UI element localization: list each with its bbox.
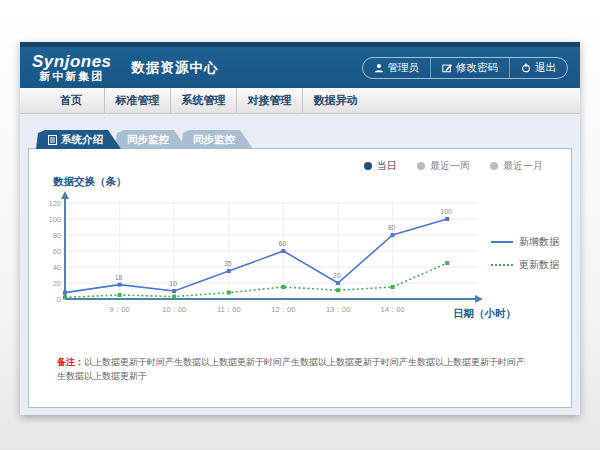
legend-item-updated-data: 更新数据: [491, 258, 559, 272]
user-menu: 管理员 修改密码 退出: [362, 57, 569, 79]
x-axis-title: 日期（小时）: [453, 307, 516, 321]
tab-strip: 系统介绍 同步监控 同步监控: [36, 130, 247, 149]
svg-text:35: 35: [224, 260, 232, 267]
nav-item-home[interactable]: 首页: [38, 88, 104, 113]
svg-text:120: 120: [48, 199, 61, 208]
radio-icon: [417, 162, 425, 170]
nav-item-interface-mgmt[interactable]: 对接管理: [236, 88, 302, 113]
admin-user-label: 管理员: [388, 61, 420, 75]
filter-last-month[interactable]: 最近一月: [490, 159, 543, 173]
svg-text:80: 80: [388, 224, 396, 231]
legend-item-new-data: 新增数据: [491, 235, 559, 249]
app-window: Synjones 新中新集团 数据资源中心 管理员 修改密码 退出 首页 标准管…: [20, 42, 580, 415]
svg-text:20: 20: [53, 279, 61, 288]
filter-label: 最近一月: [503, 159, 543, 173]
radio-selected-icon: [364, 162, 372, 170]
nav-item-system-mgmt[interactable]: 系统管理: [170, 88, 236, 113]
change-password-button[interactable]: 修改密码: [430, 58, 509, 78]
filter-label: 最近一周: [430, 159, 470, 173]
page-title: 数据资源中心: [132, 59, 219, 77]
svg-text:80: 80: [53, 231, 61, 240]
legend-label: 新增数据: [519, 235, 559, 249]
chart-legend: 新增数据 更新数据: [491, 235, 559, 281]
top-bar: Synjones 新中新集团 数据资源中心 管理员 修改密码 退出: [20, 42, 580, 88]
content-area: 系统介绍 同步监控 同步监控 当日 最近一周: [20, 119, 580, 415]
nav-item-data-change[interactable]: 数据异动: [302, 88, 368, 113]
svg-text:14：00: 14：00: [380, 305, 404, 314]
synjones-logo: Synjones 新中新集团: [32, 53, 112, 82]
time-filter-group: 当日 最近一周 最近一月: [364, 159, 543, 173]
svg-text:10: 10: [169, 280, 177, 287]
chart-panel: 当日 最近一周 最近一月 数据交换（条） 0204060801001209：00…: [28, 148, 572, 408]
logo-company: 新中新集团: [32, 71, 112, 83]
radio-icon: [490, 162, 498, 170]
svg-text:40: 40: [53, 263, 61, 272]
svg-text:12：00: 12：00: [271, 305, 295, 314]
svg-text:0: 0: [57, 295, 61, 304]
solid-line-swatch: [491, 241, 513, 243]
edit-icon: [442, 63, 452, 73]
note-label: 备注：: [57, 357, 84, 367]
legend-label: 更新数据: [519, 258, 559, 272]
svg-text:18: 18: [115, 274, 123, 281]
svg-text:60: 60: [53, 247, 61, 256]
svg-text:20: 20: [333, 272, 341, 279]
filter-today[interactable]: 当日: [364, 159, 397, 173]
svg-text:60: 60: [278, 240, 286, 247]
footer-note: 备注：以上数据更新于时间产生数据以上数据更新于时间产生数据以上数据更新于时间产生…: [57, 355, 533, 384]
tab-sync-monitor-2[interactable]: 同步监控: [181, 130, 253, 149]
power-icon: [521, 63, 531, 73]
line-chart: 0204060801001209：0010：0011：0012：0013：001…: [35, 187, 485, 327]
document-icon: [48, 135, 57, 145]
logout-label: 退出: [535, 61, 556, 75]
tab-system-intro[interactable]: 系统介绍: [36, 130, 121, 149]
nav-item-standard-mgmt[interactable]: 标准管理: [104, 88, 170, 113]
filter-last-week[interactable]: 最近一周: [417, 159, 470, 173]
tab-label: 同步监控: [193, 133, 235, 147]
filter-label: 当日: [377, 159, 397, 173]
svg-text:100: 100: [48, 215, 61, 224]
svg-text:11：00: 11：00: [217, 305, 241, 314]
main-nav: 首页 标准管理 系统管理 对接管理 数据异动: [20, 88, 580, 114]
svg-text:9：00: 9：00: [110, 305, 130, 314]
change-password-label: 修改密码: [456, 61, 498, 75]
svg-text:100: 100: [440, 208, 452, 215]
tab-sync-monitor-1[interactable]: 同步监控: [115, 130, 187, 149]
svg-text:10：00: 10：00: [162, 305, 186, 314]
admin-user-button[interactable]: 管理员: [363, 58, 431, 78]
logo-brand: Synjones: [32, 53, 112, 71]
tab-label: 系统介绍: [61, 133, 103, 147]
dotted-line-swatch: [491, 264, 513, 266]
logout-button[interactable]: 退出: [509, 58, 567, 78]
user-icon: [374, 63, 384, 73]
tab-label: 同步监控: [127, 133, 169, 147]
note-text: 以上数据更新于时间产生数据以上数据更新于时间产生数据以上数据更新于时间产生数据以…: [57, 357, 525, 381]
svg-text:13：00: 13：00: [326, 305, 350, 314]
